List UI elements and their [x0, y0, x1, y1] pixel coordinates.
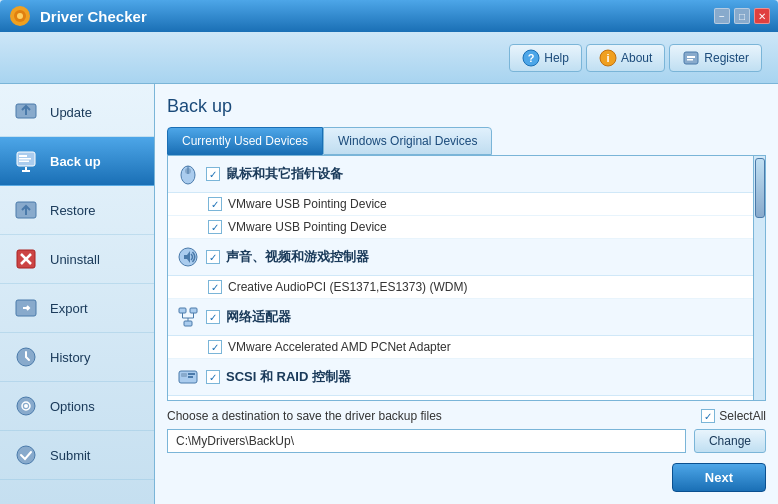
sidebar-item-export[interactable]: Export	[0, 284, 154, 333]
window-controls: − □ ✕	[714, 8, 770, 24]
app-title: Driver Checker	[40, 8, 147, 25]
svg-point-28	[17, 446, 35, 464]
scsi-group-label: SCSI 和 RAID 控制器	[226, 368, 351, 386]
about-label: About	[621, 51, 652, 65]
close-button[interactable]: ✕	[754, 8, 770, 24]
sidebar-item-update[interactable]: Update	[0, 88, 154, 137]
register-label: Register	[704, 51, 749, 65]
path-input[interactable]	[167, 429, 686, 453]
svg-rect-42	[188, 373, 195, 375]
about-button[interactable]: i About	[586, 44, 665, 72]
svg-text:i: i	[606, 52, 609, 64]
device-item-checkbox-2[interactable]	[208, 220, 222, 234]
sidebar-item-label-submit: Submit	[50, 448, 90, 463]
device-list: 鼠标和其它指针设备 VMware USB Pointing Device VMw…	[167, 155, 766, 401]
svg-rect-35	[184, 321, 192, 326]
device-group-audio: 声音、视频和游戏控制器	[168, 239, 753, 276]
network-group-checkbox[interactable]	[206, 310, 220, 324]
audio-item-label: Creative AudioPCI (ES1371,ES1373) (WDM)	[228, 280, 467, 294]
mouse-group-icon	[176, 162, 200, 186]
top-nav: ? Help i About Register	[0, 32, 778, 84]
tabs-container: Currently Used Devices Windows Original …	[167, 127, 766, 155]
device-item-label: VMware USB Pointing Device	[228, 220, 387, 234]
help-icon: ?	[522, 49, 540, 67]
help-button[interactable]: ? Help	[509, 44, 582, 72]
title-bar: Driver Checker − □ ✕	[0, 0, 778, 32]
network-group-icon	[176, 305, 200, 329]
sidebar-item-submit[interactable]: Submit	[0, 431, 154, 480]
svg-rect-15	[19, 161, 29, 163]
select-all-checkbox[interactable]	[701, 409, 715, 423]
minimize-button[interactable]: −	[714, 8, 730, 24]
register-icon	[682, 49, 700, 67]
audio-group-label: 声音、视频和游戏控制器	[226, 248, 369, 266]
network-item-label: VMware Accelerated AMD PCNet Adapter	[228, 340, 451, 354]
update-icon	[12, 98, 40, 126]
audio-group-checkbox[interactable]	[206, 250, 220, 264]
svg-point-2	[17, 13, 23, 19]
svg-text:?: ?	[528, 52, 535, 64]
device-group-scsi: SCSI 和 RAID 控制器	[168, 359, 753, 396]
scsi-group-icon	[176, 365, 200, 389]
audio-group-icon	[176, 245, 200, 269]
sidebar-item-label-history: History	[50, 350, 90, 365]
bottom-row-3: Next	[167, 463, 766, 492]
sidebar-item-label-backup: Back up	[50, 154, 101, 169]
content-area: Back up Currently Used Devices Windows O…	[155, 84, 778, 504]
svg-rect-14	[19, 158, 31, 160]
svg-rect-34	[190, 308, 197, 313]
app-logo-icon	[8, 4, 32, 28]
options-icon	[12, 392, 40, 420]
bottom-bar: Choose a destination to save the driver …	[167, 409, 766, 492]
device-item-checkbox-1[interactable]	[208, 197, 222, 211]
uninstall-icon	[12, 245, 40, 273]
mouse-group-checkbox[interactable]	[206, 167, 220, 181]
tab-currently-used[interactable]: Currently Used Devices	[167, 127, 323, 155]
maximize-button[interactable]: □	[734, 8, 750, 24]
tab-windows-original[interactable]: Windows Original Devices	[323, 127, 492, 155]
bottom-row-2: Change	[167, 429, 766, 453]
device-item: VMware Accelerated AMD PCNet Adapter	[168, 336, 753, 359]
bottom-row-1: Choose a destination to save the driver …	[167, 409, 766, 423]
restore-icon	[12, 196, 40, 224]
svg-rect-33	[179, 308, 186, 313]
main-container: Update Back up	[0, 84, 778, 504]
sidebar-item-restore[interactable]: Restore	[0, 186, 154, 235]
export-icon	[12, 294, 40, 322]
device-item-label: VMware USB Pointing Device	[228, 197, 387, 211]
sidebar-item-options[interactable]: Options	[0, 382, 154, 431]
svg-point-27	[24, 404, 28, 408]
scsi-group-checkbox[interactable]	[206, 370, 220, 384]
page-title: Back up	[167, 96, 766, 117]
sidebar-item-label-export: Export	[50, 301, 88, 316]
next-button[interactable]: Next	[672, 463, 766, 492]
submit-icon	[12, 441, 40, 469]
svg-rect-13	[19, 155, 27, 157]
svg-rect-9	[687, 59, 693, 61]
svg-rect-41	[181, 373, 187, 377]
about-icon: i	[599, 49, 617, 67]
sidebar-item-label-update: Update	[50, 105, 92, 120]
network-group-label: 网络适配器	[226, 308, 291, 326]
select-all-label: SelectAll	[719, 409, 766, 423]
history-icon	[12, 343, 40, 371]
audio-item-checkbox[interactable]	[208, 280, 222, 294]
register-button[interactable]: Register	[669, 44, 762, 72]
help-label: Help	[544, 51, 569, 65]
sidebar-item-label-options: Options	[50, 399, 95, 414]
device-item: VMware USB Pointing Device	[168, 216, 753, 239]
sidebar: Update Back up	[0, 84, 155, 504]
change-button[interactable]: Change	[694, 429, 766, 453]
select-all-area: SelectAll	[701, 409, 766, 423]
sidebar-item-uninstall[interactable]: Uninstall	[0, 235, 154, 284]
sidebar-item-label-uninstall: Uninstall	[50, 252, 100, 267]
network-item-checkbox[interactable]	[208, 340, 222, 354]
device-group-network: 网络适配器	[168, 299, 753, 336]
sidebar-item-label-restore: Restore	[50, 203, 96, 218]
sidebar-item-backup[interactable]: Back up	[0, 137, 154, 186]
backup-icon	[12, 147, 40, 175]
svg-rect-8	[687, 56, 695, 58]
mouse-group-label: 鼠标和其它指针设备	[226, 165, 343, 183]
sidebar-item-history[interactable]: History	[0, 333, 154, 382]
scrollbar[interactable]	[753, 156, 765, 400]
